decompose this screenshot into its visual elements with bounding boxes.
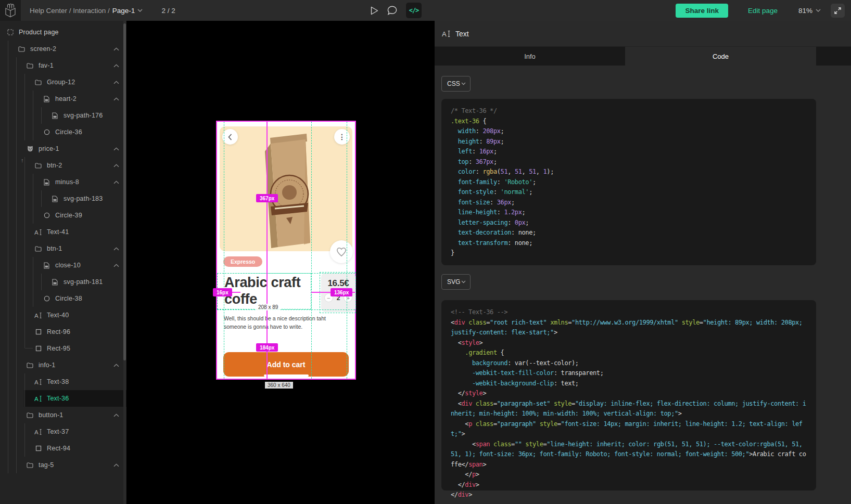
- svg-text:A: A: [34, 429, 39, 435]
- indent-guide: [24, 257, 33, 274]
- text-element-icon: A: [442, 30, 451, 37]
- layer-label: info-1: [39, 361, 55, 369]
- layer-row-text-37[interactable]: AText-37: [0, 423, 126, 440]
- chevron-up-icon[interactable]: [113, 147, 119, 151]
- sidebar-scrollbar-thumb[interactable]: [123, 23, 126, 360]
- chevron-up-icon[interactable]: [113, 180, 119, 184]
- chevron-down-icon: [816, 9, 821, 12]
- layer-row-circle-39[interactable]: Circle-39: [0, 207, 126, 224]
- layer-row-group-12[interactable]: Group-12: [0, 74, 126, 91]
- indent-guide: [33, 124, 41, 140]
- indent-guide: [41, 274, 49, 290]
- svg-language-select[interactable]: SVG: [441, 274, 471, 290]
- layer-row-text-40[interactable]: AText-40: [0, 307, 126, 324]
- indent-guide: [33, 107, 41, 124]
- chevron-up-icon[interactable]: [113, 247, 119, 251]
- layer-row-svg-path-183[interactable]: svg-path-183: [0, 190, 126, 207]
- layer-row-text-36[interactable]: AText-36: [0, 390, 126, 407]
- layer-row-btn-1[interactable]: btn-1: [0, 240, 126, 257]
- chevron-up-icon[interactable]: [113, 47, 119, 51]
- comment-icon[interactable]: [387, 6, 397, 15]
- menu-button[interactable]: ⋮: [334, 129, 350, 145]
- frame-icon: [6, 29, 14, 35]
- code-line: <style>: [451, 338, 807, 348]
- indent-guide: [16, 57, 24, 74]
- app-logo[interactable]: [0, 0, 21, 21]
- play-icon[interactable]: [371, 6, 378, 15]
- indent-guide: [16, 240, 24, 257]
- layer-row-fav-1[interactable]: fav-1: [0, 57, 126, 74]
- text-icon: A: [34, 312, 42, 319]
- chevron-down-icon: [461, 280, 466, 283]
- indent-guide: [8, 107, 16, 124]
- circle-icon: [43, 212, 50, 218]
- element-title: Text: [455, 30, 469, 38]
- layer-row-minus-8[interactable]: minus-8: [0, 174, 126, 190]
- layer-row-tag-5[interactable]: tag-5: [0, 457, 126, 473]
- indent-guide: [33, 190, 41, 207]
- product-description[interactable]: Well, this should be a nice description …: [224, 315, 332, 331]
- layer-row-text-41[interactable]: AText-41: [0, 224, 126, 240]
- folder-icon: [26, 363, 34, 368]
- add-to-cart-button[interactable]: Add to cart: [223, 352, 349, 377]
- chevron-up-icon[interactable]: [113, 81, 119, 84]
- layer-row-heart-2[interactable]: heart-2: [0, 91, 126, 107]
- indent-guide: [8, 174, 16, 190]
- indent-guide: [33, 207, 41, 224]
- fullscreen-button[interactable]: [831, 4, 845, 18]
- edit-page-link[interactable]: Edit page: [748, 7, 778, 15]
- css-code-block[interactable]: /* Text-36 */.text-36 { width: 208px; he…: [441, 99, 816, 265]
- code-line: line-height: 1.2px;: [451, 208, 807, 218]
- layer-row-close-10[interactable]: close-10: [0, 257, 126, 274]
- layer-row-info-1[interactable]: info-1: [0, 357, 126, 373]
- tab-info[interactable]: Info: [435, 47, 625, 66]
- layer-row-screen-2[interactable]: screen-2: [0, 41, 126, 57]
- layer-row-product page[interactable]: Product page: [0, 24, 126, 41]
- indent-guide: [16, 407, 24, 423]
- device-frame[interactable]: ⋮ Expresso Arabic craft coffe Well, this…: [217, 122, 355, 379]
- indent-guide: [8, 57, 16, 74]
- zoom-select[interactable]: 81%: [798, 7, 821, 15]
- chevron-up-icon[interactable]: [113, 164, 119, 167]
- tab-code[interactable]: Code: [625, 47, 816, 66]
- code-line: text-decoration: none;: [451, 228, 807, 238]
- chevron-up-icon[interactable]: [113, 264, 119, 267]
- indent-guide: [24, 440, 33, 457]
- chevron-up-icon[interactable]: [113, 463, 119, 467]
- layer-row-price-1[interactable]: price-1: [0, 140, 126, 157]
- indent-guide: [33, 274, 41, 290]
- breadcrumb[interactable]: Help Center / Interaction / Page-1: [30, 7, 143, 15]
- chevron-up-icon[interactable]: [113, 364, 119, 367]
- text-icon: A: [34, 229, 42, 236]
- chevron-up-icon[interactable]: [113, 413, 119, 417]
- indent-guide: [8, 207, 16, 224]
- svg-code-block[interactable]: <!-- Text-36 --><div class="root rich-te…: [441, 300, 816, 490]
- layer-row-rect-94[interactable]: Rect-94: [0, 440, 126, 457]
- product-tag-badge[interactable]: Expresso: [223, 256, 262, 267]
- layer-row-circle-38[interactable]: Circle-38: [0, 290, 126, 307]
- favorite-button[interactable]: [330, 240, 353, 263]
- code-line: -webkit-background-clip: text;: [451, 379, 807, 389]
- layer-label: Text-36: [47, 395, 69, 402]
- layer-row-btn-2[interactable]: btn-2: [0, 157, 126, 174]
- chevron-up-icon[interactable]: [113, 64, 119, 68]
- back-button[interactable]: [222, 129, 238, 145]
- layer-row-rect-95[interactable]: Rect-95: [0, 340, 126, 357]
- layer-row-text-38[interactable]: AText-38: [0, 373, 126, 390]
- layer-row-rect-96[interactable]: Rect-96: [0, 324, 126, 340]
- file-icon: [43, 262, 50, 269]
- css-language-select[interactable]: CSS: [441, 76, 471, 92]
- design-canvas[interactable]: ⋮ Expresso Arabic craft coffe Well, this…: [126, 21, 435, 504]
- layer-label: Group-12: [47, 79, 75, 86]
- layer-label: fav-1: [39, 62, 54, 69]
- layer-row-svg-path-176[interactable]: svg-path-176: [0, 107, 126, 124]
- folder-icon: [34, 163, 42, 169]
- layer-label: close-10: [55, 262, 81, 269]
- layer-row-button-1[interactable]: button-1: [0, 407, 126, 423]
- code-icon[interactable]: </>: [406, 3, 422, 18]
- indent-guide: [24, 390, 33, 407]
- layer-row-svg-path-181[interactable]: svg-path-181: [0, 274, 126, 290]
- share-link-button[interactable]: Share link: [676, 4, 728, 18]
- chevron-up-icon[interactable]: [113, 97, 119, 101]
- layer-row-circle-36[interactable]: Circle-36: [0, 124, 126, 140]
